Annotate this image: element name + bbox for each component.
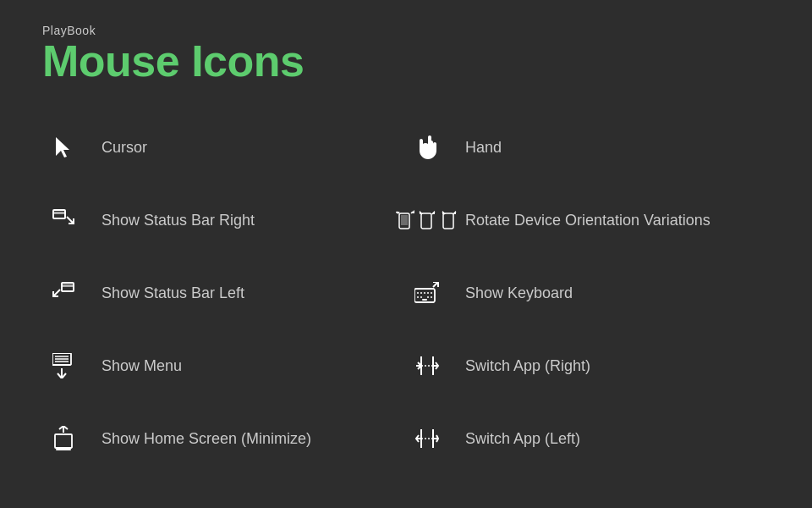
list-item: Show Status Bar Right xyxy=(42,184,406,257)
item-label: Show Menu xyxy=(102,357,182,375)
svg-rect-39 xyxy=(55,434,72,448)
svg-rect-15 xyxy=(62,284,74,287)
show-menu-icon xyxy=(42,345,85,387)
header-title: Mouse Icons xyxy=(42,37,770,86)
list-item: Show Home Screen (Minimize) xyxy=(42,402,406,475)
list-item: Rotate Device Orientation Variations xyxy=(406,184,770,257)
svg-rect-2 xyxy=(53,212,65,214)
header-subtitle: PlayBook xyxy=(42,24,770,37)
list-item: Show Menu xyxy=(42,329,406,402)
switch-app-left-icon xyxy=(406,417,448,460)
item-label: Show Status Bar Left xyxy=(102,284,244,302)
show-keyboard-icon xyxy=(406,272,448,314)
switch-app-right-icon xyxy=(406,345,448,387)
svg-rect-8 xyxy=(421,213,431,229)
item-label: Switch App (Left) xyxy=(465,430,580,448)
header: PlayBook Mouse Icons xyxy=(0,0,812,102)
item-label: Show Keyboard xyxy=(465,284,573,302)
show-home-screen-icon xyxy=(42,417,85,460)
item-label: Switch App (Right) xyxy=(465,357,590,375)
svg-marker-0 xyxy=(56,137,69,157)
svg-line-3 xyxy=(67,217,74,224)
item-label: Show Home Screen (Minimize) xyxy=(102,430,311,448)
list-item: Switch App (Right) xyxy=(406,329,770,402)
icon-grid: Cursor Hand Show Status Bar Right xyxy=(0,102,812,475)
item-label: Show Status Bar Right xyxy=(102,212,255,229)
svg-rect-5 xyxy=(401,215,408,225)
svg-rect-11 xyxy=(443,213,453,229)
list-item: Show Keyboard xyxy=(406,257,770,329)
item-label: Cursor xyxy=(102,139,147,157)
list-item: Switch App (Left) xyxy=(406,402,770,475)
item-label: Hand xyxy=(465,139,502,157)
svg-line-16 xyxy=(53,290,60,296)
cursor-icon xyxy=(42,126,85,168)
show-status-bar-right-icon xyxy=(42,199,85,241)
item-label: Rotate Device Orientation Variations xyxy=(465,212,710,229)
hand-icon xyxy=(406,126,448,168)
list-item: Show Status Bar Left xyxy=(42,257,406,329)
rotate-device-icon xyxy=(406,199,448,241)
list-item: Hand xyxy=(406,111,770,184)
list-item: Cursor xyxy=(42,111,406,184)
show-status-bar-left-icon xyxy=(42,272,85,314)
